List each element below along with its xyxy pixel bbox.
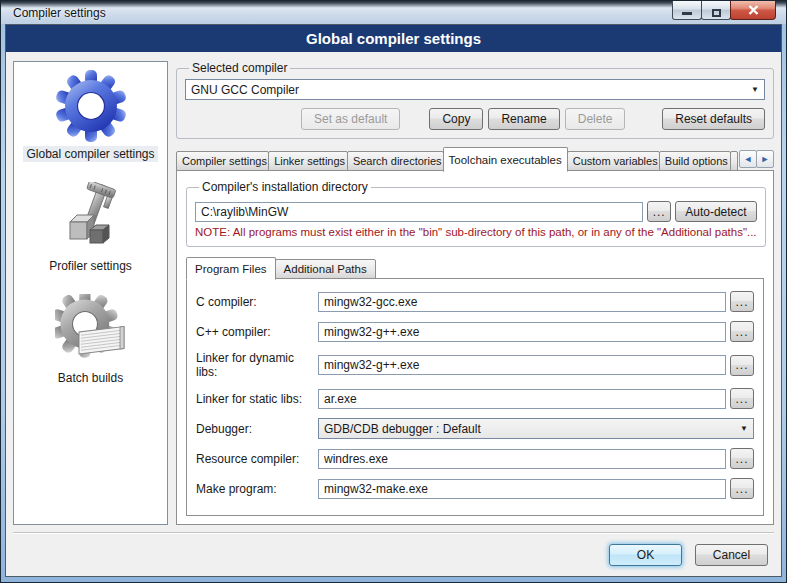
chevron-down-icon: ▼ [740,425,748,433]
dialog-client-area: Global compiler settings [5,24,782,577]
sidebar-item-label: Profiler settings [46,258,135,274]
tab-search-directories[interactable]: Search directories [347,151,444,171]
field-label: Linker for dynamic libs: [196,351,318,379]
c-compiler-browse-button[interactable]: ... [730,291,754,312]
sidebar-item-profiler-settings[interactable]: Profiler settings [46,182,135,274]
sidebar-item-label: Batch builds [55,370,126,386]
toolchain-executables-panel: Compiler's installation directory ... Au… [176,170,774,525]
debugger-select-value: GDB/CDB debugger : Default [324,422,481,436]
field-label: C++ compiler: [196,325,318,339]
reset-defaults-button[interactable]: Reset defaults [662,108,765,130]
debugger-select[interactable]: GDB/CDB debugger : Default ▼ [318,418,754,439]
sidebar-item-batch-builds[interactable]: Batch builds [55,294,127,386]
sidebar-item-global-compiler-settings[interactable]: Global compiler settings [23,70,157,162]
minimize-button[interactable] [672,1,702,20]
minimize-icon [682,12,692,15]
c-compiler-input[interactable] [318,292,726,312]
page-title: Global compiler settings [6,25,781,52]
close-icon [748,5,759,15]
titlebar[interactable]: Compiler settings [1,1,786,24]
field-row-linker-static: Linker for static libs: ... [196,388,754,409]
installation-directory-group-label: Compiler's installation directory [199,180,371,194]
content: Global compiler settings [6,52,781,525]
caliper-cubes-icon [54,182,126,254]
tab-linker-settings[interactable]: Linker settings [268,151,348,171]
linker-dynamic-input[interactable] [318,355,726,375]
sidebar-item-label: Global compiler settings [23,146,157,162]
tab-overflow-partial[interactable] [730,151,738,171]
blue-gear-icon [55,70,127,142]
rename-button[interactable]: Rename [488,108,559,130]
program-files-panel: C compiler: ... C++ compiler: ... Linker… [186,278,764,516]
tab-build-options[interactable]: Build options [659,151,731,171]
field-label: Resource compiler: [196,452,318,466]
compiler-actions: Set as default Copy Rename Delete Reset … [185,108,765,130]
linker-dynamic-browse-button[interactable]: ... [730,355,754,376]
compiler-select-value: GNU GCC Compiler [191,83,299,97]
field-row-cpp-compiler: C++ compiler: ... [196,321,754,342]
delete-button[interactable]: Delete [565,108,626,130]
copy-button[interactable]: Copy [429,108,483,130]
field-label: Make program: [196,482,318,496]
selected-compiler-group: Selected compiler GNU GCC Compiler ▼ Set… [176,61,774,139]
settings-category-list: Global compiler settings [13,61,168,525]
main-panel: Selected compiler GNU GCC Compiler ▼ Set… [176,61,774,525]
footer: OK Cancel [6,534,781,576]
caption-buttons [673,1,786,20]
field-label: Linker for static libs: [196,392,318,406]
field-row-debugger: Debugger: GDB/CDB debugger : Default ▼ [196,418,754,439]
selected-compiler-group-label: Selected compiler [189,61,290,75]
installation-directory-note: NOTE: All programs must exist either in … [195,226,757,238]
tab-toolchain-executables[interactable]: Toolchain executables [443,147,568,172]
programs-tabstrip: Program Files Additional Paths [186,256,764,279]
tab-custom-variables[interactable]: Custom variables [567,151,660,171]
installation-directory-browse-button[interactable]: ... [647,201,671,222]
field-row-linker-dynamic: Linker for dynamic libs: ... [196,351,754,379]
tab-scroll-left-button[interactable]: ◄ [739,150,757,168]
chevron-down-icon: ▼ [751,86,759,94]
linker-static-browse-button[interactable]: ... [730,388,754,409]
ok-button[interactable]: OK [609,544,682,566]
cancel-button[interactable]: Cancel [695,544,768,566]
make-program-browse-button[interactable]: ... [730,478,754,499]
tab-compiler-settings[interactable]: Compiler settings [176,151,269,171]
settings-tabstrip: Compiler settings Linker settings Search… [176,146,774,171]
cpp-compiler-browse-button[interactable]: ... [730,321,754,342]
field-row-make-program: Make program: ... [196,478,754,499]
tab-scroll-right-button[interactable]: ► [756,150,774,168]
tab-scroll-buttons: ◄ ► [740,150,774,168]
cpp-compiler-input[interactable] [318,322,726,342]
close-button[interactable] [730,1,776,20]
set-as-default-button[interactable]: Set as default [301,108,400,130]
grey-gear-papers-icon [55,294,127,366]
compiler-settings-dialog: Compiler settings Global compiler settin… [0,0,787,583]
installation-directory-group: Compiler's installation directory ... Au… [186,180,766,247]
tab-additional-paths[interactable]: Additional Paths [275,259,376,279]
auto-detect-button[interactable]: Auto-detect [675,201,756,222]
linker-static-input[interactable] [318,389,726,409]
maximize-button[interactable] [701,1,731,20]
tab-program-files[interactable]: Program Files [186,257,276,280]
compiler-select[interactable]: GNU GCC Compiler ▼ [185,79,765,100]
resource-compiler-browse-button[interactable]: ... [730,448,754,469]
resource-compiler-input[interactable] [318,449,726,469]
installation-directory-input[interactable] [195,202,643,222]
field-row-resource-compiler: Resource compiler: ... [196,448,754,469]
maximize-icon [712,9,721,17]
field-label: Debugger: [196,422,318,436]
make-program-input[interactable] [318,479,726,499]
field-label: C compiler: [196,295,318,309]
window-title: Compiler settings [13,6,106,20]
field-row-c-compiler: C compiler: ... [196,291,754,312]
